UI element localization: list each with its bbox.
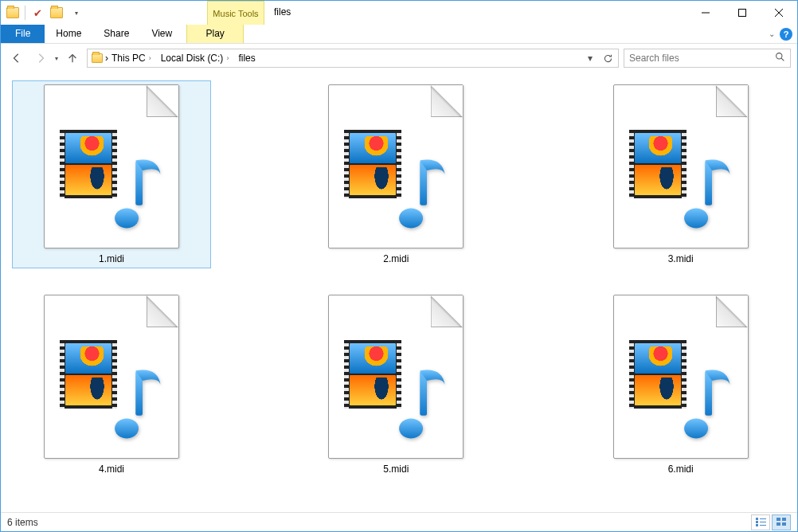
svg-point-4 bbox=[776, 53, 782, 59]
svg-rect-17 bbox=[760, 525, 766, 526]
file-name: 1.midi bbox=[99, 253, 124, 264]
address-dropdown-button[interactable]: ▾ bbox=[581, 49, 599, 67]
address-bar-folder-icon bbox=[89, 53, 105, 63]
file-item[interactable]: 2.midi bbox=[296, 80, 495, 268]
file-name: 5.midi bbox=[383, 464, 409, 475]
tab-play[interactable]: Play bbox=[186, 25, 244, 43]
tab-home[interactable]: Home bbox=[45, 25, 92, 43]
file-name: 6.midi bbox=[668, 464, 694, 475]
search-icon[interactable] bbox=[775, 52, 785, 65]
file-thumbnail bbox=[328, 295, 464, 459]
maximize-button[interactable] bbox=[724, 1, 761, 25]
chevron-right-icon[interactable]: › bbox=[146, 54, 155, 62]
ribbon-expand-icon[interactable]: ⌄ bbox=[769, 29, 775, 38]
ribbon-tabs: File Home Share View Play ⌄ ? bbox=[1, 25, 797, 44]
close-button[interactable] bbox=[761, 1, 797, 25]
svg-rect-13 bbox=[760, 518, 766, 519]
status-item-count: 6 items bbox=[7, 517, 38, 528]
file-thumbnail bbox=[44, 84, 179, 248]
svg-line-5 bbox=[781, 58, 784, 61]
music-note-icon bbox=[385, 361, 452, 440]
qat-newfolder-icon[interactable] bbox=[48, 4, 65, 22]
file-thumbnail bbox=[613, 84, 749, 248]
svg-rect-20 bbox=[776, 522, 780, 526]
back-button[interactable] bbox=[7, 49, 26, 68]
music-note-icon bbox=[671, 361, 737, 440]
breadcrumb-segment[interactable]: files bbox=[235, 49, 258, 67]
svg-rect-16 bbox=[756, 524, 758, 526]
breadcrumb-label: Local Disk (C:) bbox=[161, 53, 224, 64]
address-bar[interactable]: › This PC› Local Disk (C:)› files ▾ bbox=[87, 49, 619, 68]
qat-separator bbox=[25, 6, 25, 20]
svg-rect-15 bbox=[760, 522, 766, 522]
breadcrumb-segment[interactable]: Local Disk (C:)› bbox=[158, 49, 236, 67]
window-controls bbox=[687, 1, 797, 25]
refresh-button[interactable] bbox=[599, 49, 616, 67]
music-note-icon bbox=[101, 361, 168, 440]
file-name: 3.midi bbox=[668, 253, 694, 264]
search-box[interactable] bbox=[624, 49, 791, 68]
svg-rect-19 bbox=[782, 518, 786, 521]
tab-share[interactable]: Share bbox=[92, 25, 140, 43]
svg-rect-18 bbox=[776, 518, 780, 521]
file-name: 2.midi bbox=[383, 253, 409, 264]
help-icon[interactable]: ? bbox=[780, 28, 792, 41]
file-thumbnail bbox=[328, 84, 464, 248]
file-item[interactable]: 3.midi bbox=[581, 80, 780, 268]
contextual-tab-label: Music Tools bbox=[208, 8, 264, 18]
view-details-button[interactable] bbox=[751, 514, 770, 530]
status-bar: 6 items bbox=[1, 512, 797, 531]
file-item[interactable]: 1.midi bbox=[12, 80, 211, 268]
titlebar: ✔ ▾ Music Tools files bbox=[1, 1, 797, 25]
svg-rect-12 bbox=[756, 518, 758, 520]
breadcrumb-label: files bbox=[238, 53, 255, 64]
music-note-icon bbox=[671, 151, 737, 230]
tab-file[interactable]: File bbox=[1, 25, 45, 43]
qat-folder-icon[interactable] bbox=[4, 4, 22, 22]
chevron-right-icon[interactable]: › bbox=[223, 54, 232, 62]
file-item[interactable]: 6.midi bbox=[581, 291, 780, 479]
forward-button[interactable] bbox=[31, 49, 50, 68]
svg-rect-14 bbox=[756, 521, 758, 523]
navigation-bar: ▾ › This PC› Local Disk (C:)› files ▾ bbox=[1, 44, 797, 72]
contextual-tab-header: Music Tools bbox=[207, 1, 264, 25]
music-note-icon bbox=[385, 151, 452, 230]
breadcrumb-segment[interactable]: This PC› bbox=[108, 49, 158, 67]
recent-locations-dropdown[interactable]: ▾ bbox=[55, 55, 58, 62]
minimize-button[interactable] bbox=[687, 1, 724, 25]
tab-view[interactable]: View bbox=[140, 25, 183, 43]
breadcrumb-label: This PC bbox=[111, 53, 146, 64]
file-item[interactable]: 5.midi bbox=[296, 291, 495, 479]
file-item[interactable]: 4.midi bbox=[12, 291, 211, 479]
qat-customize-dropdown[interactable]: ▾ bbox=[67, 4, 84, 22]
file-thumbnail bbox=[613, 295, 749, 459]
view-largeicons-button[interactable] bbox=[772, 514, 791, 530]
qat-properties-icon[interactable]: ✔ bbox=[29, 4, 46, 22]
svg-rect-1 bbox=[739, 10, 746, 17]
file-thumbnail bbox=[44, 295, 179, 459]
svg-rect-21 bbox=[782, 522, 786, 526]
music-note-icon bbox=[101, 151, 168, 230]
quick-access-toolbar: ✔ ▾ bbox=[1, 1, 88, 25]
file-list: 1.midi bbox=[1, 72, 797, 512]
file-name: 4.midi bbox=[99, 464, 124, 475]
window-title: files bbox=[264, 1, 687, 25]
up-button[interactable] bbox=[63, 49, 82, 68]
search-input[interactable] bbox=[629, 53, 775, 64]
